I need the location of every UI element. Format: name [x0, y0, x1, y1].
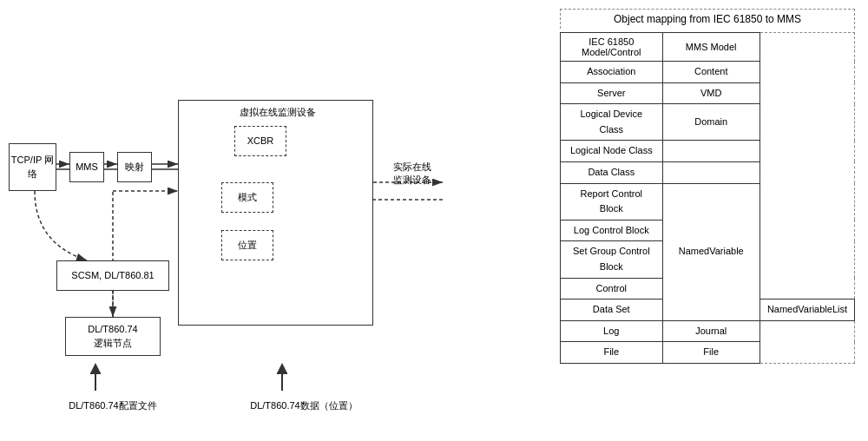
col1-header: IEC 61850 Model/Control: [561, 33, 663, 62]
row-col2: [662, 141, 760, 162]
svg-marker-13: [277, 363, 287, 373]
row-col1: Association: [561, 62, 663, 83]
row-col2: NamedVariableList: [760, 299, 854, 321]
row-col1: Data Set: [561, 299, 663, 321]
position-box: 位置: [221, 230, 273, 260]
virtual-device-label: 虚拟在线监测设备: [195, 106, 360, 119]
mms-box: MMS: [69, 152, 104, 182]
row-col2: Content: [662, 62, 760, 83]
row-col2: [662, 161, 760, 183]
row-col2: Journal: [662, 320, 760, 342]
row-col1: Server: [561, 82, 663, 104]
row-col1: Logical Node Class: [561, 141, 663, 162]
data-file-label: DL/T860.74数据（位置）: [243, 399, 365, 412]
mapping-table: IEC 61850 Model/Control MMS Model Associ…: [560, 32, 855, 364]
diagram-area: TCP/IP 网络 MMS 映射 虚拟在线监测设备 XCBR 模式 位置 实际在…: [0, 0, 547, 441]
col2-header: MMS Model: [662, 33, 760, 62]
table-area: Object mapping from IEC 61850 to MMS IEC…: [547, 0, 868, 441]
svg-marker-10: [90, 363, 101, 373]
real-device-label: 实际在线监测设备: [382, 161, 443, 188]
row-col2: File: [662, 342, 760, 364]
tcp-ip-box: TCP/IP 网络: [9, 143, 56, 191]
config-file-label: DL/T860.74配置文件: [61, 399, 165, 412]
row-col1: Log: [561, 320, 663, 342]
table-title: Object mapping from IEC 61850 to MMS: [560, 9, 855, 29]
row-col2: Domain: [662, 104, 760, 141]
row-col1: Data Class: [561, 161, 663, 183]
row-col1: Report Control Block: [561, 183, 663, 220]
diagram-container: TCP/IP 网络 MMS 映射 虚拟在线监测设备 XCBR 模式 位置 实际在…: [9, 9, 538, 434]
table-row: Association Content: [561, 62, 855, 83]
row-col1: Log Control Block: [561, 220, 663, 241]
table-row: Report Control Block NamedVariable: [561, 183, 855, 220]
mapping-box: 映射: [117, 152, 152, 182]
table-row: Logical Device Class Domain: [561, 104, 855, 141]
scsm-box: SCSM, DL/T860.81: [56, 260, 169, 291]
xcbr-box: XCBR: [234, 126, 286, 156]
row-col2: VMD: [662, 82, 760, 104]
table-row: Data Class: [561, 161, 855, 183]
table-row: Logical Node Class: [561, 141, 855, 162]
table-row: File File: [561, 342, 855, 364]
row-col1: Logical Device Class: [561, 104, 663, 141]
table-row: Log Journal: [561, 320, 855, 342]
row-col1: Control: [561, 278, 663, 299]
mode-box: 模式: [221, 182, 273, 213]
row-col2: NamedVariable: [662, 183, 760, 320]
row-col1: File: [561, 342, 663, 364]
table-row: Server VMD: [561, 82, 855, 104]
table-header-row: IEC 61850 Model/Control MMS Model: [561, 33, 855, 62]
row-col1: Set Group Control Block: [561, 241, 663, 278]
dl-box: DL/T860.74逻辑节点: [65, 317, 161, 356]
